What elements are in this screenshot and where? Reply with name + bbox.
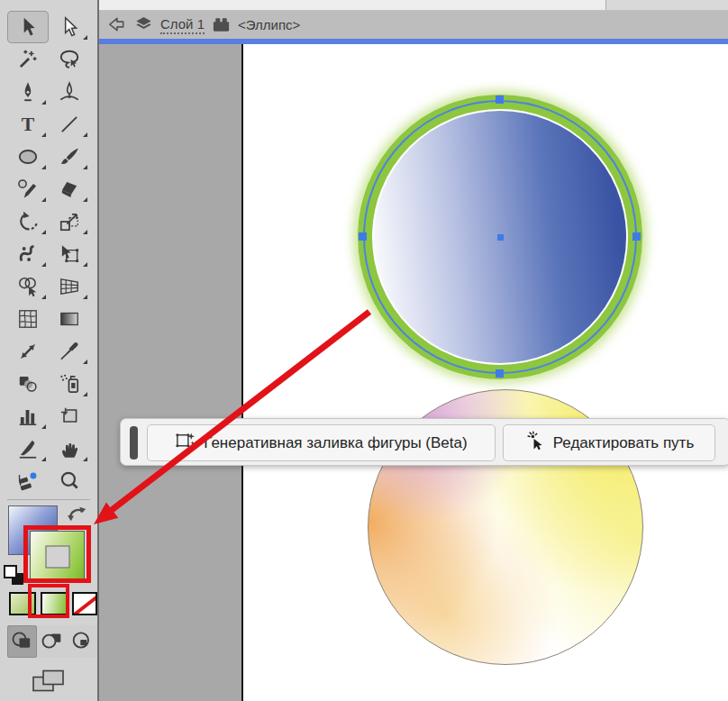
tool-slice[interactable]	[7, 432, 49, 465]
back-button[interactable]	[106, 14, 127, 35]
selection-center-point[interactable]	[497, 234, 504, 241]
default-fill-stroke-button[interactable]	[4, 565, 32, 592]
tool-perspective-grid[interactable]	[49, 270, 90, 303]
tool-gradient[interactable]	[49, 303, 90, 335]
eyedropper-icon	[58, 340, 81, 363]
tool-lasso[interactable]	[49, 43, 90, 76]
symbol-sprayer-icon	[58, 372, 81, 396]
line-segment-icon	[58, 113, 81, 136]
magic-wand-icon	[16, 48, 40, 71]
none-slash-icon	[72, 592, 97, 615]
tool-hand[interactable]	[49, 432, 90, 465]
tool-mesh[interactable]	[7, 303, 49, 335]
blend-icon	[16, 372, 40, 396]
draw-normal-button[interactable]	[7, 625, 37, 658]
drawing-modes-group	[7, 625, 97, 658]
swap-fill-stroke-icon[interactable]	[65, 502, 88, 525]
tool-paintbrush[interactable]	[49, 141, 90, 173]
tool-line-segment[interactable]	[49, 108, 90, 141]
breadcrumb-object: <Эллипс>	[238, 17, 300, 32]
generative-fill-button[interactable]: Генеративная заливка фигуры (Beta)	[147, 424, 496, 461]
stroke-swatch[interactable]	[30, 531, 85, 582]
object-icon	[211, 14, 232, 35]
free-transform-icon	[58, 242, 81, 266]
draw-inside-button[interactable]	[68, 625, 97, 658]
paintbrush-icon	[58, 145, 81, 168]
artboard-icon	[58, 405, 81, 428]
tool-pencil[interactable]	[7, 173, 49, 205]
tool-curvature[interactable]	[49, 76, 90, 108]
tool-free-transform[interactable]	[49, 238, 90, 270]
column-graph-icon	[16, 405, 40, 428]
zoom-icon	[58, 469, 81, 493]
tool-blend[interactable]	[7, 368, 49, 400]
tool-rotate-view[interactable]	[7, 465, 49, 497]
paint-none-button[interactable]	[72, 592, 97, 615]
illustrator-window: T Слой 1 <Эллипс>	[0, 0, 728, 701]
rotate-icon	[16, 210, 40, 233]
tool-puppet-warp[interactable]	[7, 238, 49, 270]
paint-gradient-button[interactable]	[41, 592, 68, 615]
generative-fill-label: Генеративная заливка фигуры (Beta)	[204, 434, 467, 452]
selection-handle-left[interactable]	[359, 232, 367, 241]
draw-behind-button[interactable]	[37, 625, 67, 658]
ellipse-icon	[16, 145, 40, 168]
draw-normal-icon	[11, 631, 34, 653]
tool-type[interactable]: T	[7, 108, 49, 141]
tool-eraser[interactable]	[49, 173, 90, 205]
contextual-task-bar: Генеративная заливка фигуры (Beta) Редак…	[120, 418, 728, 466]
canvas[interactable]	[99, 44, 728, 701]
tool-artboard[interactable]	[49, 400, 90, 432]
gradient-icon	[58, 307, 81, 331]
selection-handle-top[interactable]	[496, 96, 504, 104]
draw-inside-icon	[70, 631, 94, 653]
tool-eyedropper[interactable]	[49, 335, 90, 368]
tab-strip-right-area	[605, 0, 728, 10]
tool-symbol-sprayer[interactable]	[49, 368, 90, 400]
shape-builder-icon	[16, 275, 40, 298]
svg-text:T: T	[22, 114, 35, 135]
hand-icon	[58, 437, 81, 460]
tool-magic-wand[interactable]	[7, 43, 49, 76]
tool-ellipse[interactable]	[7, 141, 49, 173]
selection-handle-right[interactable]	[632, 232, 641, 241]
selection-handle-bottom[interactable]	[496, 369, 504, 378]
selection-icon	[16, 15, 40, 39]
tool-rotate[interactable]	[7, 205, 49, 238]
rotate-view-icon	[16, 469, 40, 493]
scale-icon	[58, 210, 81, 233]
tool-shape-builder[interactable]	[7, 270, 49, 303]
eraser-icon	[58, 178, 81, 201]
tool-width[interactable]	[7, 335, 49, 368]
default-fill-square	[4, 565, 17, 578]
puppet-warp-icon	[16, 242, 40, 266]
screen-mode-button[interactable]	[31, 668, 67, 696]
breadcrumb-layer[interactable]: Слой 1	[160, 16, 205, 34]
toolbar-divider	[7, 499, 90, 500]
generative-fill-icon	[175, 431, 196, 456]
curvature-icon	[58, 80, 81, 104]
perspective-grid-icon	[58, 275, 81, 298]
document-tab-strip	[99, 0, 728, 11]
edit-path-label: Редактировать путь	[553, 434, 695, 452]
edit-path-icon	[524, 431, 545, 456]
mesh-icon	[16, 307, 40, 331]
stroke-swatch-hole	[45, 545, 69, 568]
layers-icon	[133, 14, 154, 35]
tool-scale[interactable]	[49, 205, 90, 238]
draw-behind-icon	[41, 631, 64, 653]
type-icon: T	[16, 113, 40, 136]
tool-direct-selection[interactable]	[49, 11, 90, 43]
tool-pen[interactable]	[7, 76, 49, 108]
breadcrumb-bar: Слой 1 <Эллипс>	[99, 11, 728, 39]
tool-selection[interactable]	[7, 11, 49, 43]
tool-zoom[interactable]	[49, 465, 90, 497]
edit-path-button[interactable]: Редактировать путь	[503, 424, 715, 461]
tool-column-graph[interactable]	[7, 400, 49, 432]
lasso-icon	[58, 48, 81, 71]
pen-icon	[16, 80, 40, 104]
tool-grid: T	[0, 11, 97, 497]
task-bar-drag-handle[interactable]	[130, 426, 138, 460]
direct-selection-icon	[58, 15, 81, 39]
paint-color-button[interactable]	[9, 592, 36, 615]
